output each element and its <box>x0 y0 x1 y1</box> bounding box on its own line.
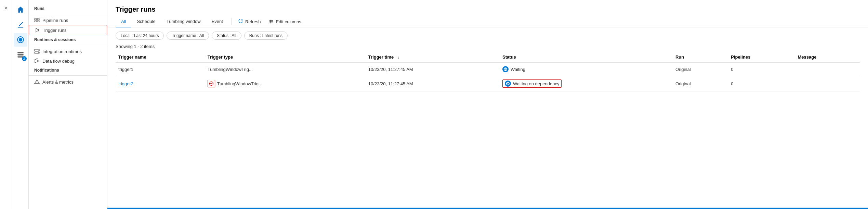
table-row: trigger1 TumblingWindowTrig... 10/23/20,… <box>116 63 860 76</box>
row2-status-text: Waiting on dependency <box>513 81 559 86</box>
items-count: Showing 1 - 2 items <box>107 44 868 52</box>
pipeline-runs-icon <box>34 17 40 23</box>
svg-marker-11 <box>36 28 39 32</box>
trigger-time-sort-icon: ↑↓ <box>396 56 399 59</box>
edit-columns-label: Edit columns <box>276 19 301 24</box>
refresh-label: Refresh <box>245 19 261 24</box>
trigger2-link[interactable]: trigger2 <box>118 81 133 86</box>
row2-trigger-time: 10/23/20, 11:27:45 AM <box>366 76 500 91</box>
sidebar-item-integration-runtimes[interactable]: Integration runtimes <box>29 47 107 56</box>
row2-pipelines: 0 <box>728 76 795 91</box>
pipeline-runs-label: Pipeline runs <box>42 18 68 23</box>
tab-tumbling-window[interactable]: Tumbling window <box>161 16 206 27</box>
col-message: Message <box>795 52 860 63</box>
row1-status: Waiting <box>500 63 673 76</box>
svg-marker-16 <box>35 59 39 63</box>
sidebar-item-pipeline-runs[interactable]: Pipeline runs <box>29 15 107 25</box>
integration-runtimes-icon <box>34 49 40 54</box>
row2-trigger-type-cell: TumblingWindowTrig... <box>205 76 366 91</box>
refresh-icon <box>238 19 243 24</box>
svg-rect-3 <box>17 52 24 53</box>
row1-trigger-name: trigger1 <box>116 63 205 76</box>
nav-home[interactable] <box>14 3 27 16</box>
svg-line-29 <box>505 69 506 70</box>
tab-all[interactable]: All <box>116 16 131 27</box>
cancel-icon <box>209 81 214 86</box>
edit-columns-button[interactable]: Edit columns <box>265 17 305 26</box>
row1-pipelines: 0 <box>728 63 795 76</box>
sidebar-toggle: » <box>0 0 12 209</box>
icon-nav: 2 <box>12 0 29 209</box>
sidebar-item-data-flow-debug[interactable]: Data flow debug <box>29 56 107 66</box>
svg-point-14 <box>38 50 39 51</box>
col-trigger-name: Trigger name <box>116 52 205 63</box>
col-run: Run <box>673 52 728 63</box>
row2-trigger-name[interactable]: trigger2 <box>116 76 205 91</box>
trigger-runs-icon <box>35 27 40 33</box>
scroll-indicator <box>107 208 868 209</box>
col-trigger-time[interactable]: Trigger time ↑↓ <box>366 52 500 63</box>
svg-line-18 <box>37 59 38 59</box>
row1-status-text: Waiting <box>511 67 525 72</box>
svg-rect-9 <box>37 21 39 22</box>
row1-status-icon <box>502 66 509 72</box>
data-flow-debug-label: Data flow debug <box>42 59 75 64</box>
sidebar-item-trigger-runs[interactable]: Trigger runs <box>29 25 107 35</box>
svg-rect-8 <box>35 21 37 22</box>
alerts-metrics-label: Alerts & metrics <box>42 79 74 85</box>
nav-monitor[interactable] <box>14 33 27 47</box>
trigger-runs-label: Trigger runs <box>43 28 67 33</box>
runtimes-section-title: Runtimes & sessions <box>29 35 107 44</box>
svg-rect-4 <box>17 54 24 55</box>
svg-point-15 <box>38 52 39 53</box>
runs-section-title: Runs <box>29 4 107 12</box>
row2-status-icon <box>505 81 511 87</box>
edit-columns-icon <box>269 19 274 24</box>
col-pipelines: Pipelines <box>728 52 795 63</box>
integration-runtimes-label: Integration runtimes <box>42 49 82 54</box>
tabs-bar: All Schedule Tumbling window Event Refre… <box>107 16 868 27</box>
row1-trigger-type: TumblingWindowTrig... <box>205 63 366 76</box>
status-filter-chip[interactable]: Status : All <box>212 32 241 40</box>
main-content: Trigger runs All Schedule Tumbling windo… <box>107 0 868 209</box>
table-row: trigger2 TumblingWindowTrig... <box>116 76 860 91</box>
row1-run: Original <box>673 63 728 76</box>
tab-event[interactable]: Event <box>206 16 228 27</box>
runs-filter-chip[interactable]: Runs : Latest runs <box>244 32 288 40</box>
svg-line-34 <box>508 84 509 84</box>
filter-bar: Local : Last 24 hours Trigger name : All… <box>107 27 868 44</box>
row2-trigger-type: TumblingWindowTrig... <box>217 81 262 86</box>
nav-author[interactable] <box>14 18 27 32</box>
sidebar-item-alerts-metrics[interactable]: Alerts & metrics <box>29 77 107 87</box>
tab-schedule[interactable]: Schedule <box>131 16 161 27</box>
data-table: Trigger name Trigger type Trigger time ↑… <box>107 52 868 208</box>
data-flow-debug-icon <box>34 58 40 64</box>
nav-manage[interactable]: 2 <box>14 48 27 62</box>
runtimes-divider <box>29 45 107 45</box>
time-filter-chip[interactable]: Local : Last 24 hours <box>116 32 164 40</box>
svg-point-21 <box>37 83 37 83</box>
alerts-metrics-icon <box>34 79 40 85</box>
notifications-section-title: Notifications <box>29 66 107 74</box>
row1-trigger-time: 10/23/20, 11:27:45 AM <box>366 63 500 76</box>
notifications-divider <box>29 75 107 76</box>
row2-cancel-icon-box <box>208 80 215 87</box>
row2-status: Waiting on dependency <box>500 76 673 91</box>
runs-divider <box>29 14 107 14</box>
col-status: Status <box>500 52 673 63</box>
row2-message <box>795 76 860 91</box>
name-filter-chip[interactable]: Trigger name : All <box>167 32 209 40</box>
row2-run: Original <box>673 76 728 91</box>
manage-badge: 2 <box>22 56 27 61</box>
row1-message <box>795 63 860 76</box>
left-panel: Runs Pipeline runs Trigger runs Runtimes… <box>29 0 107 209</box>
toggle-collapse-button[interactable]: » <box>3 3 9 12</box>
svg-rect-6 <box>35 19 37 20</box>
svg-rect-7 <box>37 19 39 20</box>
page-title: Trigger runs <box>107 0 868 16</box>
col-trigger-type: Trigger type <box>205 52 366 63</box>
refresh-button[interactable]: Refresh <box>234 17 265 26</box>
tab-separator <box>231 18 232 25</box>
